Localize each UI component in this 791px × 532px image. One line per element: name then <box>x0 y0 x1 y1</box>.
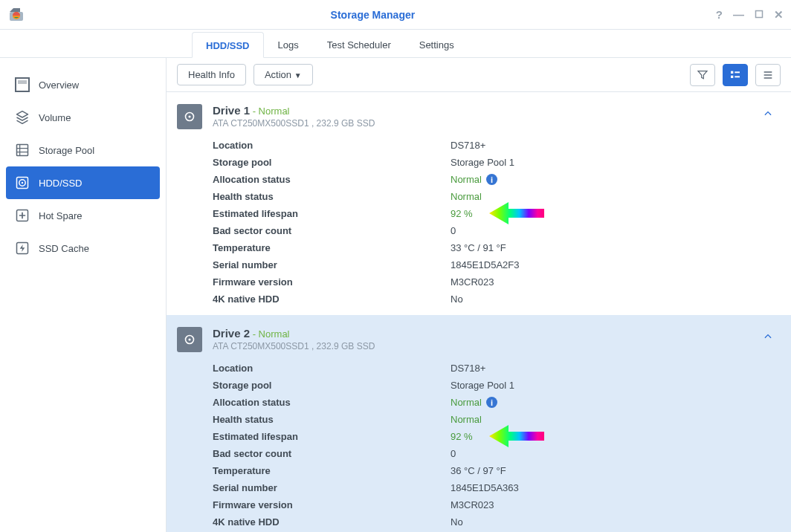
drive-header: Drive 2 - Normal ATA CT250MX500SSD1 , 23… <box>177 322 781 360</box>
property-value: No <box>451 516 463 528</box>
property-label: Firmware version <box>213 276 451 288</box>
drive-subtext: ATA CT250MX500SSD1 , 232.9 GB SSD <box>213 118 745 129</box>
svg-point-6 <box>22 182 24 184</box>
hot-spare-icon <box>15 208 30 223</box>
tab-test-scheduler[interactable]: Test Scheduler <box>313 31 405 57</box>
maximize-icon[interactable] <box>755 8 763 22</box>
sidebar: Overview Volume Storage Pool HDD/SSD Hot… <box>0 58 167 532</box>
toolbar: Health Info Action ▼ <box>167 58 791 92</box>
property-row: Firmware version M3CR023 <box>213 496 781 513</box>
health-info-button[interactable]: Health Info <box>177 64 246 85</box>
property-value: 36 °C / 97 °F <box>451 465 506 476</box>
drive-block[interactable]: Drive 1 - Normal ATA CT250MX500SSD1 , 23… <box>167 92 791 315</box>
svg-rect-3 <box>17 145 28 156</box>
storage-pool-icon <box>15 143 30 158</box>
sidebar-item-label: Volume <box>39 112 71 123</box>
property-label: Estimated lifespan <box>213 208 451 219</box>
property-row: 4K native HDD No <box>213 513 781 531</box>
drive-block[interactable]: Drive 2 - Normal ATA CT250MX500SSD1 , 23… <box>167 315 791 532</box>
info-icon[interactable]: i <box>486 397 497 408</box>
close-icon[interactable]: ✕ <box>774 8 784 22</box>
disk-icon <box>177 327 202 352</box>
property-value: Normal <box>451 191 482 202</box>
tab-logs[interactable]: Logs <box>264 31 313 57</box>
disk-icon <box>177 104 202 129</box>
property-row: Temperature 36 °C / 97 °F <box>213 462 781 479</box>
property-row: Storage pool Storage Pool 1 <box>213 377 781 394</box>
drive-properties: Location DS718+ Storage pool Storage Poo… <box>177 360 781 531</box>
svg-rect-12 <box>734 76 740 77</box>
drive-header: Drive 1 - Normal ATA CT250MX500SSD1 , 23… <box>177 100 781 137</box>
drive-name: Drive 2 <box>213 327 250 340</box>
sidebar-item-hot-spare[interactable]: Hot Spare <box>6 199 160 232</box>
content-area: Health Info Action ▼ Drive 1 - Normal <box>167 58 791 532</box>
minimize-icon[interactable]: — <box>733 8 744 22</box>
property-row: Health status Normal <box>213 411 781 428</box>
property-value: 92 % <box>451 431 473 442</box>
property-value: M3CR023 <box>451 499 494 510</box>
property-label: Bad sector count <box>213 225 451 236</box>
property-label: Serial number <box>213 259 451 270</box>
sidebar-item-label: Storage Pool <box>39 145 94 156</box>
collapse-toggle[interactable] <box>755 104 781 126</box>
app-icon <box>7 6 25 24</box>
property-label: Health status <box>213 414 451 425</box>
card-view-button[interactable] <box>723 64 748 86</box>
property-value: DS718+ <box>451 140 485 151</box>
property-value: 0 <box>451 225 456 236</box>
svg-rect-10 <box>731 75 733 77</box>
property-value: 0 <box>451 448 456 459</box>
tabs-row: HDD/SSD Logs Test Scheduler Settings <box>0 30 791 58</box>
chevron-up-icon <box>763 331 773 342</box>
property-value: Normal <box>451 414 482 425</box>
sidebar-item-volume[interactable]: Volume <box>6 101 160 134</box>
property-label: Allocation status <box>213 174 451 185</box>
drive-status: - Normal <box>250 328 289 340</box>
property-row: Storage pool Storage Pool 1 <box>213 154 781 171</box>
help-icon[interactable]: ? <box>716 8 723 22</box>
list-view-icon <box>762 69 774 81</box>
chevron-up-icon <box>763 108 773 119</box>
sidebar-item-label: Overview <box>39 80 79 91</box>
svg-rect-9 <box>731 71 733 73</box>
property-value: No <box>451 293 463 305</box>
property-value: DS718+ <box>451 363 485 374</box>
caret-down-icon: ▼ <box>294 71 302 80</box>
svg-marker-20 <box>489 425 544 447</box>
volume-icon <box>15 110 30 125</box>
tab-settings[interactable]: Settings <box>405 31 468 57</box>
list-view-button[interactable] <box>755 64 781 86</box>
sidebar-item-ssd-cache[interactable]: SSD Cache <box>6 232 160 265</box>
card-view-icon <box>729 69 741 81</box>
overview-icon <box>15 77 30 92</box>
property-value: 1845E1D5A363 <box>451 482 519 493</box>
ssd-cache-icon <box>15 241 30 256</box>
property-label: Estimated lifespan <box>213 431 451 442</box>
property-label: 4K native HDD <box>213 516 451 528</box>
drive-subtext: ATA CT250MX500SSD1 , 232.9 GB SSD <box>213 341 745 351</box>
property-row: Temperature 33 °C / 91 °F <box>213 239 781 256</box>
window-controls: ? — ✕ <box>716 8 784 22</box>
action-button[interactable]: Action ▼ <box>254 64 313 85</box>
sidebar-item-storage-pool[interactable]: Storage Pool <box>6 134 160 166</box>
property-value: 1845E1D5A2F3 <box>451 259 520 270</box>
property-label: Serial number <box>213 482 451 493</box>
property-label: Health status <box>213 191 451 202</box>
sidebar-item-label: SSD Cache <box>39 243 89 254</box>
sidebar-item-overview[interactable]: Overview <box>6 68 160 101</box>
window-title: Storage Manager <box>30 9 716 21</box>
collapse-toggle[interactable] <box>755 327 781 348</box>
property-label: Firmware version <box>213 499 451 510</box>
hdd-ssd-icon <box>15 175 30 190</box>
property-row: Location DS718+ <box>213 360 781 377</box>
property-row: Bad sector count 0 <box>213 222 781 239</box>
pointer-arrow-icon <box>489 202 544 224</box>
info-icon[interactable]: i <box>486 174 497 185</box>
filter-button[interactable] <box>690 64 715 86</box>
property-value: 92 % <box>451 208 473 219</box>
sidebar-item-hdd-ssd[interactable]: HDD/SSD <box>6 166 160 199</box>
property-label: Allocation status <box>213 397 451 408</box>
tab-hdd-ssd[interactable]: HDD/SSD <box>192 32 264 58</box>
svg-point-19 <box>188 338 190 340</box>
funnel-icon <box>697 69 708 81</box>
